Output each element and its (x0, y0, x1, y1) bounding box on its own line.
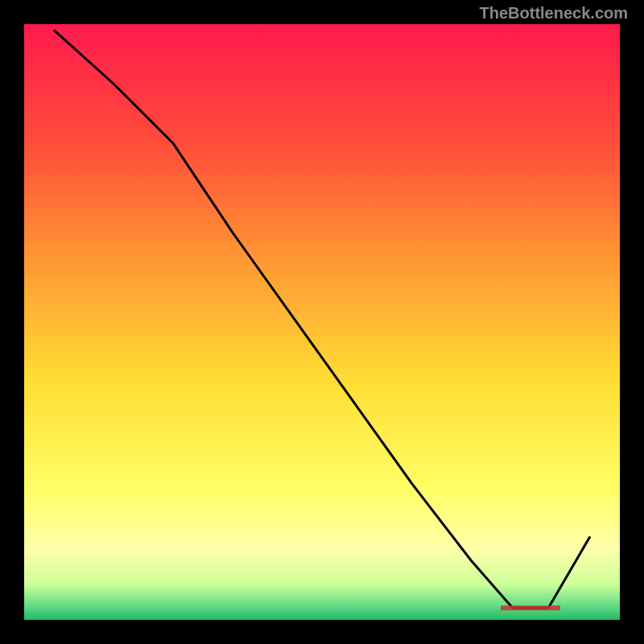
chart-container: TheBottleneck.com (0, 0, 644, 644)
chart-svg (0, 0, 644, 644)
watermark-text: TheBottleneck.com (480, 4, 628, 23)
optimal-range-marker (501, 605, 560, 610)
plot-background (24, 24, 620, 620)
